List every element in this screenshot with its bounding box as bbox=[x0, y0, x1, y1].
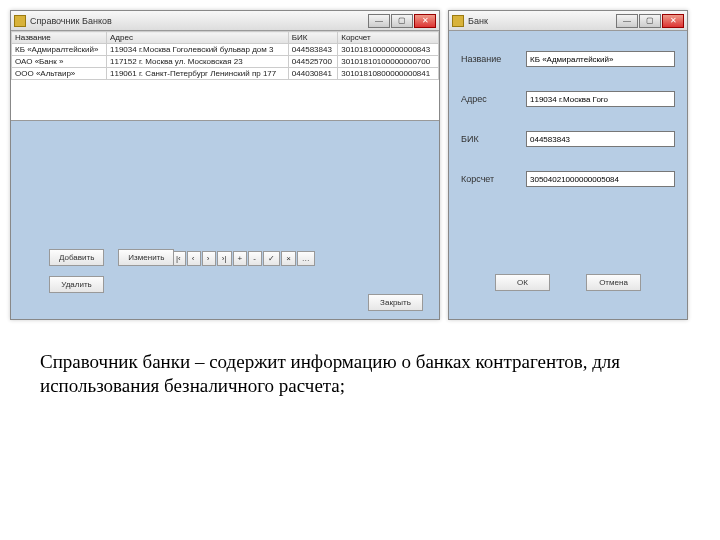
maximize-icon[interactable]: ▢ bbox=[639, 14, 661, 28]
nav-button[interactable]: + bbox=[233, 251, 248, 266]
ok-button[interactable]: ОК bbox=[495, 274, 550, 291]
nav-button[interactable]: ✓ bbox=[263, 251, 280, 266]
table-cell: 044525700 bbox=[288, 56, 337, 68]
table-row[interactable]: ООО «Альтаир»119061 г. Санкт-Петербург Л… bbox=[12, 68, 439, 80]
label-bik: БИК bbox=[461, 134, 526, 144]
label-name: Название bbox=[461, 54, 526, 64]
input-bik[interactable]: 044583843 bbox=[526, 131, 675, 147]
edit-button[interactable]: Изменить bbox=[118, 249, 174, 266]
close-icon[interactable]: ✕ bbox=[662, 14, 684, 28]
add-button[interactable]: Добавить bbox=[49, 249, 104, 266]
table-header-cell[interactable]: БИК bbox=[288, 32, 337, 44]
label-address: Адрес bbox=[461, 94, 526, 104]
minimize-icon[interactable]: — bbox=[616, 14, 638, 28]
app-icon bbox=[452, 15, 464, 27]
maximize-icon[interactable]: ▢ bbox=[391, 14, 413, 28]
table-cell: ООО «Альтаир» bbox=[12, 68, 107, 80]
table-cell: 30101810800000000841 bbox=[338, 68, 439, 80]
titlebar: Справочник Банков — ▢ ✕ bbox=[11, 11, 439, 31]
table-header-cell[interactable]: Название bbox=[12, 32, 107, 44]
delete-button[interactable]: Удалить bbox=[49, 276, 104, 293]
toolbar-area: |‹‹››|+-✓×… Добавить Изменить Удалить За… bbox=[11, 121, 439, 319]
table-cell: 30101810000000000843 bbox=[338, 44, 439, 56]
table-cell: 119061 г. Санкт-Петербург Ленинский пр 1… bbox=[106, 68, 288, 80]
window-bank-list: Справочник Банков — ▢ ✕ НазваниеАдресБИК… bbox=[10, 10, 440, 320]
nav-button[interactable]: ›| bbox=[217, 251, 232, 266]
nav-button[interactable]: ‹ bbox=[187, 251, 201, 266]
table-cell: 044583843 bbox=[288, 44, 337, 56]
app-icon bbox=[14, 15, 26, 27]
window-title: Банк bbox=[468, 16, 612, 26]
table-row[interactable]: КБ «Адмиралтейский»119034 г.Москва Гогол… bbox=[12, 44, 439, 56]
bank-table: НазваниеАдресБИККорсчет КБ «Адмиралтейск… bbox=[11, 31, 439, 121]
table-row[interactable]: ОАО «Банк »117152 г. Москва ул. Московск… bbox=[12, 56, 439, 68]
table-cell: ОАО «Банк » bbox=[12, 56, 107, 68]
table-cell: 044030841 bbox=[288, 68, 337, 80]
page-caption: Справочник банки – содержит информацию о… bbox=[40, 350, 680, 398]
window-bank-edit: Банк — ▢ ✕ Название КБ «Адмиралтейский» … bbox=[448, 10, 688, 320]
nav-button[interactable]: … bbox=[297, 251, 315, 266]
cancel-button[interactable]: Отмена bbox=[586, 274, 641, 291]
input-korschet[interactable]: 30504021000000005084 bbox=[526, 171, 675, 187]
input-address[interactable]: 119034 г.Москва Гого bbox=[526, 91, 675, 107]
nav-button[interactable]: › bbox=[202, 251, 216, 266]
nav-button[interactable]: × bbox=[281, 251, 296, 266]
close-icon[interactable]: ✕ bbox=[414, 14, 436, 28]
titlebar: Банк — ▢ ✕ bbox=[449, 11, 687, 31]
table-header-cell[interactable]: Корсчет bbox=[338, 32, 439, 44]
table-cell: КБ «Адмиралтейский» bbox=[12, 44, 107, 56]
edit-form: Название КБ «Адмиралтейский» Адрес 11903… bbox=[449, 31, 687, 319]
window-title: Справочник Банков bbox=[30, 16, 364, 26]
close-button[interactable]: Закрыть bbox=[368, 294, 423, 311]
table-header-cell[interactable]: Адрес bbox=[106, 32, 288, 44]
table-cell: 119034 г.Москва Гоголевский бульвар дом … bbox=[106, 44, 288, 56]
table-cell: 30101810100000000700 bbox=[338, 56, 439, 68]
label-korschet: Корсчет bbox=[461, 174, 526, 184]
nav-button[interactable]: - bbox=[248, 251, 262, 266]
minimize-icon[interactable]: — bbox=[368, 14, 390, 28]
input-name[interactable]: КБ «Адмиралтейский» bbox=[526, 51, 675, 67]
table-cell: 117152 г. Москва ул. Московская 23 bbox=[106, 56, 288, 68]
